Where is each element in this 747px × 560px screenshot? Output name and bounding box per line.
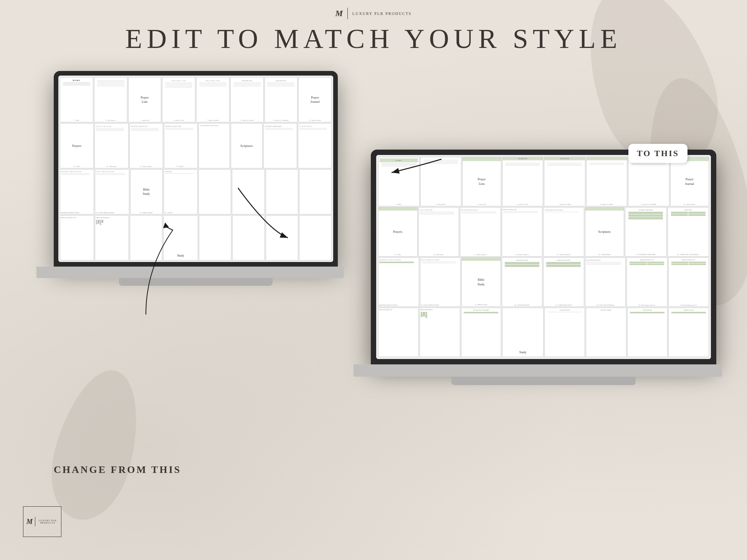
page-daily-prayer-lg: DAILY PRAYER 14 - daily prayer (418, 207, 459, 257)
page-fav-scripts-lg: FAVORITE SCRIPTURES 19 - FAVORITE SCRIPT… (625, 207, 667, 257)
laptop-base-large (354, 364, 722, 377)
page-family-lg: PRAYERS FOR 7 - prayer for family (544, 157, 585, 206)
page-prayer-requests-sm: PRAYER REQUESTS 15 - prayer requests (129, 123, 163, 168)
page-prayer-journal-lg: PrayerJournal 10 - prayer journal (670, 157, 709, 206)
page-monthly-lg: MONTHLY REFLECTIONS MONTHLY REFLECTIONS (378, 257, 419, 307)
page-chapter-study-lg: CHAPTER STUDY 26 - CHAPTER STUDY (502, 257, 543, 307)
page-daily-dev-lg: DAILY DEVOTIONAL 28 - DAILY DEVOTIONAL (585, 257, 626, 307)
page-community-lg: 9 - prayer for community (628, 157, 669, 206)
laptop-stand-large (451, 377, 636, 385)
page-script-study-lg: SCRIPTURE STUDY 27 - SCRIPTURE STUDY (543, 257, 584, 307)
page-scriptures-lg: Scriptures 18 - SCRIPTURES (585, 207, 625, 257)
page-bookshelf-sm: BIBLE BOOKSHELF (95, 215, 129, 260)
laptop-base-sm-container (54, 267, 338, 286)
page-scripts-sm: SCRIPTURES (298, 123, 332, 168)
page-daily-ref-sm: DAILY REFLECTIONS 24 - DAILY REFLECTIONS (95, 169, 129, 214)
page-study-lg: Study (502, 308, 544, 357)
page-blank-1-sm (198, 169, 231, 214)
laptop-large: HOME 3 - Index (371, 150, 716, 410)
page-chapter-sm: CHAPTER 26 - CHAPT... (164, 169, 198, 214)
page-bible-log-2-lg: BIBLE READING LOG 30 - Bible Reading Log… (668, 257, 709, 307)
page-answered-sm: ANSWERED PRAYERS (198, 123, 230, 168)
page-home-sm: HOME 3 - Index (60, 77, 93, 122)
page-lines-2-sm: PRAYERS FOR 7 - prayer for family (196, 77, 230, 122)
page-script-cat-lg: SCRIPTURES 20 - SCRIPTURE CATEGORIES 1 (668, 207, 709, 257)
page-blank-3-sm (266, 169, 298, 214)
page-bible-study-sm: BibleStudy 25 - BIBLE STUDY (130, 169, 163, 214)
page-daily-ref-lg: DAILY REFLECTIONS 24 - DAILY REFLECTIONS (420, 257, 461, 307)
page-intro-lg: 4 - Introduction (420, 157, 462, 206)
page-blank-4-sm (299, 169, 332, 214)
brand-m-letter: M (335, 8, 343, 18)
page-bookshelf-lg: BIBLE BOOKSHELF (420, 308, 460, 357)
laptop-small: HOME 3 - Index (54, 71, 338, 320)
page-friends-lg: 8 - prayer for friends (586, 157, 628, 206)
page-people-sm: PEOPLE TO PRAY FOR 16 - people t... (164, 123, 198, 168)
page-blank-7-sm (232, 215, 265, 260)
page-my-spirit-lg: MY HOLY SPIRIT (586, 308, 626, 357)
page-home-lg: HOME 3 - Index (378, 157, 420, 206)
page-lines-3-sm: PRAYERS FOR 8 - prayer for friends (230, 77, 264, 122)
page-answered-lg: ANSWERED PRAYERS 17 - answered prayers (543, 207, 584, 257)
laptop-body-small: HOME 3 - Index (54, 71, 338, 267)
page-monthly-sm: MONTHLY REFLECTION MONTHLY REFLECTIONS (60, 169, 94, 214)
page-blank-2-sm (232, 169, 264, 214)
laptop-screen-small: HOME 3 - Index (58, 76, 333, 262)
page-blank-6-sm (199, 215, 231, 260)
page-prayers-sm: Prayers 13 - Prayer (60, 123, 94, 168)
page-prayer-req-lg: PRAYER REQUESTS 15 - prayer requests (460, 207, 501, 257)
page-lord-prayer-lg: LORD'S PRAYER (544, 308, 585, 357)
page-corinthians-lg: CORINTHIANS (627, 308, 668, 357)
page-prayer-journal-sm: PrayerJournal 10 - prayer journal (298, 77, 332, 122)
page-people-lg: PEOPLE TO PRAY FOR 16 - people to pray f… (502, 207, 543, 257)
laptop-stand-small (119, 278, 273, 286)
page-daily-prayer-sm: DAILY PRAYER 14 - daily prayer (94, 123, 128, 168)
from-this-label: CHANGE FROM THIS (54, 464, 181, 476)
laptop-base-lg-container (371, 364, 716, 385)
page-intro-sm: 4 - Introduction (94, 77, 127, 122)
page-bible-log-lg: BIBLE READING LOG (378, 308, 419, 357)
bottom-logo: M LUXURY PLR PRODUCTS (23, 506, 61, 537)
laptop-base-small (36, 267, 344, 278)
bottom-logo-sub: LUXURY PLR PRODUCTS (38, 519, 58, 524)
laptop-body-large: HOME 3 - Index (371, 150, 716, 364)
page-blank-8-sm (266, 215, 298, 260)
page-lines-1-sm: PRAYERS FOR 6 - prayer for self (162, 77, 195, 122)
to-this-label: TO THIS (637, 148, 679, 158)
laptop-screen-large: HOME 3 - Index (376, 155, 711, 359)
brand-divider (347, 8, 348, 19)
bottom-logo-m: M (26, 518, 33, 526)
page-blank-9-sm (299, 215, 332, 260)
page-blank-5-sm (130, 215, 162, 260)
brand-subtitle: LUXURY PLR PRODUCTS (352, 12, 412, 16)
bottom-logo-brand: M LUXURY PLR PRODUCTS (26, 517, 58, 526)
brand-line: M LUXURY PLR PRODUCTS (0, 8, 747, 19)
page-lines-4-sm: PRAYERS FOR 9 - prayer for community (264, 77, 298, 122)
page-prayers-lg: Prayers 12 - Prayer (378, 207, 418, 257)
main-heading: EDIT TO MATCH YOUR STYLE (0, 23, 747, 55)
page-study-sm: Study (163, 215, 198, 260)
page-scriptures-sm: Scriptures (231, 123, 262, 168)
bottom-logo-divider (35, 517, 35, 526)
page-prayer-lists-lg: PrayerLists 5 - prayer lists (462, 157, 501, 206)
to-this-bubble: TO THIS (628, 144, 688, 163)
header: M LUXURY PLR PRODUCTS EDIT TO MATCH YOUR… (0, 0, 747, 55)
page-armor-lg: ARMOR OF GOD (668, 308, 709, 357)
page-bible-study-lg: BibleStudy 25 - BIBLE STUDY (461, 257, 501, 307)
page-trust-lg: THE FRUIT OF THE SPIRIT (461, 308, 502, 357)
page-fav-scripts-sm: FAVORITE SCRIPTURES (263, 123, 297, 168)
page-bible-log-1-lg: BIBLE READING LOG 29 - Bible Reading Log… (626, 257, 668, 307)
leaf-decoration-bottom (39, 361, 153, 529)
page-bible-log-sm: BIBLE READING LOG (60, 215, 94, 260)
page-prayer-lists-sm: PrayerLists 5 - prayer lists (128, 77, 162, 122)
page-self-lg: PRAYERS FOR 6 - prayer for self (502, 157, 544, 206)
label-from-container: CHANGE FROM THIS (54, 464, 181, 476)
